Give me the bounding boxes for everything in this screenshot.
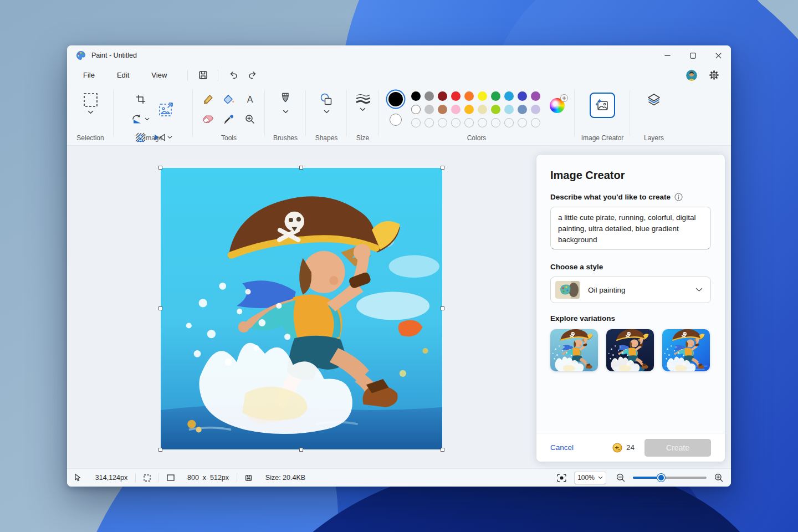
color-swatch-empty[interactable] (424, 118, 434, 127)
magnifier-icon[interactable] (245, 114, 255, 124)
eraser-icon[interactable] (202, 115, 213, 124)
color-swatch[interactable] (451, 91, 461, 101)
save-button[interactable] (193, 68, 212, 83)
chevron-down-icon[interactable] (88, 110, 94, 114)
menu-view[interactable]: View (144, 69, 174, 81)
color-swatch-empty[interactable] (451, 118, 461, 127)
color-swatch-empty[interactable] (518, 118, 527, 127)
color-swatch[interactable] (451, 105, 461, 114)
color-swatch-empty[interactable] (411, 118, 421, 127)
create-button[interactable]: Create (644, 439, 711, 457)
ribbon-group-label: Colors (378, 134, 575, 142)
selection-rect-icon[interactable] (83, 93, 98, 108)
line-size-icon[interactable] (356, 93, 370, 105)
crop-icon[interactable] (136, 94, 146, 104)
canvas-image[interactable] (161, 168, 442, 449)
ribbon-group-label: Tools (193, 134, 265, 142)
color-swatch-empty[interactable] (491, 118, 500, 127)
layers-icon[interactable] (647, 93, 661, 107)
color-swatch[interactable] (491, 91, 500, 101)
zoom-level-dropdown[interactable]: 100% (574, 472, 606, 484)
selection-handle[interactable] (158, 448, 162, 452)
color-swatch[interactable] (478, 105, 487, 114)
color-swatch[interactable] (518, 105, 527, 114)
chevron-down-icon[interactable] (324, 110, 330, 114)
text-icon[interactable]: A (245, 94, 255, 104)
color-swatch[interactable] (464, 91, 474, 101)
ribbon-group-label: Image Creator (575, 134, 630, 142)
resize-icon[interactable] (158, 101, 175, 117)
chevron-down-icon (695, 288, 703, 292)
selection-handle[interactable] (158, 166, 162, 170)
style-dropdown[interactable]: Oil painting (550, 277, 711, 303)
ribbon-group-image-creator: Image Creator (575, 85, 630, 145)
selection-handle[interactable] (158, 306, 162, 310)
variation-thumbnail-1[interactable] (550, 329, 598, 371)
variation-thumbnail-2[interactable] (606, 329, 654, 371)
color-swatch[interactable] (531, 105, 540, 114)
color-swatch-empty[interactable] (478, 118, 487, 127)
color-swatch-empty[interactable] (531, 118, 540, 127)
color-swatch[interactable] (518, 91, 527, 101)
account-avatar[interactable] (686, 70, 697, 81)
style-value: Oil painting (588, 286, 626, 294)
brush-icon[interactable] (279, 93, 291, 107)
color-swatch[interactable] (411, 91, 421, 101)
color-swatch[interactable] (464, 105, 474, 114)
color-swatch[interactable] (478, 91, 487, 101)
color-swatch[interactable] (531, 91, 540, 101)
fill-icon[interactable] (223, 94, 234, 105)
selection-handle[interactable] (441, 306, 444, 310)
selection-handle[interactable] (299, 448, 303, 452)
selection-handle[interactable] (299, 166, 303, 170)
divider (135, 473, 136, 482)
color-swatch[interactable] (424, 91, 434, 101)
titlebar[interactable]: Paint - Untitled (67, 45, 731, 65)
zoom-in-icon[interactable] (714, 473, 723, 482)
ribbon-group-label: Brushes (265, 134, 306, 142)
color-swatch[interactable] (438, 91, 447, 101)
rotate-icon[interactable] (131, 114, 150, 124)
color-swatch[interactable] (504, 105, 514, 114)
maximize-button[interactable] (680, 45, 705, 65)
variation-thumbnail-3[interactable] (662, 329, 710, 371)
settings-gear-icon[interactable] (709, 70, 719, 80)
color-palette-grid (411, 91, 540, 127)
undo-button[interactable] (224, 68, 243, 83)
zoom-fit-icon[interactable] (557, 474, 566, 482)
selection-handle[interactable] (441, 166, 444, 170)
menu-edit[interactable]: Edit (110, 69, 136, 81)
prompt-input[interactable]: a little cute pirate, running, colorful,… (550, 207, 711, 249)
cancel-button[interactable]: Cancel (550, 443, 574, 452)
color-swatch[interactable] (491, 105, 500, 114)
selection-handle[interactable] (441, 448, 444, 452)
color-picker-icon[interactable] (224, 114, 234, 124)
primary-color-swatch[interactable] (388, 92, 403, 106)
file-size: Size: 20.4KB (265, 474, 305, 482)
color-swatch-empty[interactable] (464, 118, 474, 127)
chevron-down-icon[interactable] (283, 110, 289, 114)
secondary-color-swatch[interactable] (390, 114, 402, 126)
menubar: File Edit View (67, 65, 731, 85)
color-swatch[interactable] (438, 105, 447, 114)
zoom-out-icon[interactable] (616, 473, 625, 482)
color-swatch[interactable] (424, 105, 434, 114)
close-button[interactable] (705, 45, 731, 65)
ribbon-group-brushes: Brushes (265, 85, 306, 145)
shapes-icon[interactable] (319, 93, 334, 107)
color-swatch[interactable] (411, 105, 421, 114)
color-swatch-empty[interactable] (438, 118, 447, 127)
color-swatch-empty[interactable] (504, 118, 514, 127)
chevron-down-icon[interactable] (360, 108, 366, 111)
minimize-button[interactable] (654, 45, 680, 65)
zoom-slider[interactable] (633, 474, 707, 482)
image-creator-button[interactable] (590, 93, 615, 118)
menu-file[interactable]: File (76, 69, 102, 81)
color-swatch[interactable] (504, 91, 514, 101)
info-icon[interactable] (674, 193, 683, 201)
pencil-icon[interactable] (203, 94, 213, 105)
zoom-slider-thumb[interactable] (657, 474, 665, 482)
style-thumbnail (555, 281, 580, 299)
ribbon-group-size: Size (347, 85, 378, 145)
redo-button[interactable] (243, 68, 262, 83)
